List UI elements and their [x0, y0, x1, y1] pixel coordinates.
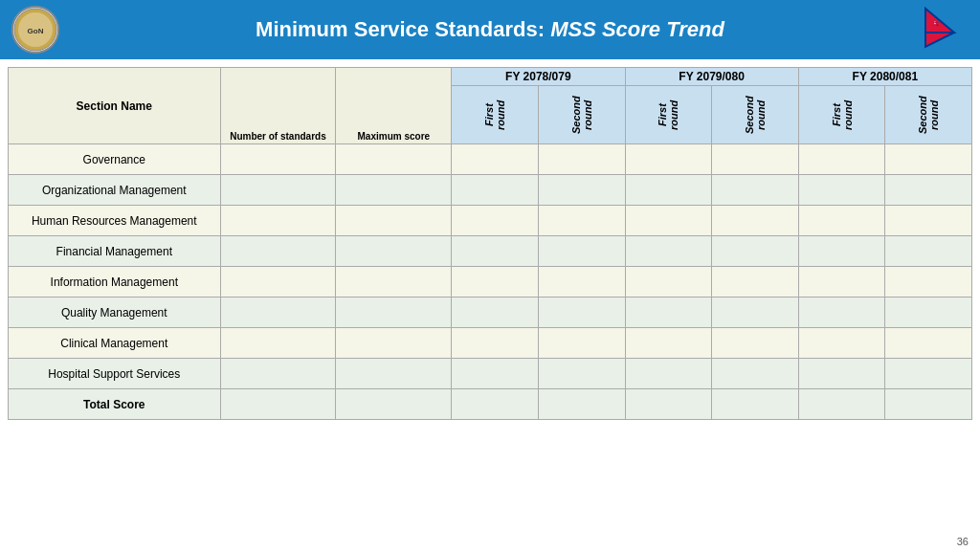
- cell-fy3-second: [885, 298, 972, 328]
- cell-fy1-first: [452, 298, 539, 328]
- cell-section: Total Score: [9, 389, 221, 420]
- table-row: Quality Management: [9, 298, 972, 328]
- cell-fy3-second: [885, 267, 972, 298]
- cell-fy3-first: [798, 267, 885, 298]
- cell-fy1-first: [452, 267, 539, 298]
- cell-number: [220, 389, 336, 420]
- col-header-fy1: FY 2078/079: [452, 68, 625, 86]
- cell-fy2-second: [712, 144, 799, 175]
- cell-fy2-first: [625, 359, 712, 389]
- cell-section: Quality Management: [9, 298, 221, 328]
- cell-number: [220, 359, 336, 389]
- sub-label: Second round: [917, 88, 940, 140]
- col-header-section: Section Name: [9, 68, 221, 144]
- cell-fy3-second: [885, 389, 972, 420]
- sub-header-fy3-first: First round: [798, 86, 885, 144]
- cell-fy1-first: [452, 206, 539, 236]
- sub-label: Second round: [570, 88, 593, 140]
- svg-text:GoN: GoN: [28, 27, 44, 35]
- col-header-fy3: FY 2080/081: [798, 68, 971, 86]
- right-logo: 🇳🇵: [921, 4, 969, 55]
- sub-header-fy3-second: Second round: [885, 86, 972, 144]
- cell-fy3-first: [798, 175, 885, 206]
- cell-max: [336, 298, 452, 328]
- cell-fy3-second: [885, 328, 972, 359]
- sub-header-fy2-first: First round: [625, 86, 712, 144]
- cell-section: Financial Management: [9, 236, 221, 267]
- cell-fy3-second: [885, 175, 972, 206]
- cell-fy1-second: [538, 175, 625, 206]
- cell-fy2-second: [712, 236, 799, 267]
- cell-fy3-second: [885, 359, 972, 389]
- cell-section: Organizational Management: [9, 175, 221, 206]
- cell-fy1-first: [452, 359, 539, 389]
- cell-fy3-second: [885, 236, 972, 267]
- cell-max: [336, 144, 452, 175]
- cell-section: Human Resources Management: [9, 206, 221, 236]
- cell-fy1-second: [538, 144, 625, 175]
- cell-fy3-first: [798, 359, 885, 389]
- sub-label: First round: [831, 88, 854, 140]
- cell-fy1-second: [538, 267, 625, 298]
- cell-max: [336, 175, 452, 206]
- page-header: GoN Minimum Service Standards: MSS Score…: [0, 0, 980, 59]
- sub-label: First round: [657, 88, 679, 140]
- cell-section: Clinical Management: [9, 328, 221, 359]
- cell-fy3-first: [798, 236, 885, 267]
- page-number: 36: [957, 536, 969, 547]
- cell-fy3-second: [885, 206, 972, 236]
- cell-number: [220, 328, 336, 359]
- cell-fy2-second: [712, 298, 799, 328]
- table-row: Governance: [9, 144, 972, 175]
- cell-fy3-first: [798, 389, 885, 420]
- cell-max: [336, 328, 452, 359]
- cell-fy2-second: [712, 175, 799, 206]
- cell-fy2-first: [625, 267, 712, 298]
- cell-fy1-second: [538, 206, 625, 236]
- col-header-number: Number of standards: [220, 68, 336, 144]
- cell-section: Governance: [9, 144, 221, 175]
- cell-fy1-second: [538, 298, 625, 328]
- cell-max: [336, 389, 452, 420]
- sub-label: First round: [483, 88, 506, 140]
- cell-fy2-first: [625, 389, 712, 420]
- cell-fy2-second: [712, 359, 799, 389]
- title-plain: Minimum Service Standards:: [256, 17, 550, 41]
- cell-fy3-second: [885, 144, 972, 175]
- cell-fy2-first: [625, 298, 712, 328]
- cell-fy2-first: [625, 175, 712, 206]
- cell-max: [336, 267, 452, 298]
- col-header-max: Maximum score: [336, 68, 452, 144]
- main-content: Section Name Number of standards Maximum…: [0, 59, 980, 424]
- cell-max: [336, 206, 452, 236]
- table-row: Information Management: [9, 267, 972, 298]
- sub-header-fy1-second: Second round: [538, 86, 625, 144]
- cell-fy2-first: [625, 328, 712, 359]
- cell-fy1-first: [452, 236, 539, 267]
- cell-fy2-first: [625, 144, 712, 175]
- table-row: Total Score: [9, 389, 972, 420]
- table-row: Organizational Management: [9, 175, 972, 206]
- title-italic: MSS Score Trend: [550, 17, 724, 41]
- left-logo: GoN: [11, 6, 59, 54]
- cell-fy1-first: [452, 328, 539, 359]
- cell-fy1-first: [452, 144, 539, 175]
- cell-fy2-second: [712, 267, 799, 298]
- page-title: Minimum Service Standards: MSS Score Tre…: [59, 17, 921, 42]
- cell-number: [220, 236, 336, 267]
- cell-fy2-second: [712, 206, 799, 236]
- cell-fy2-second: [712, 389, 799, 420]
- sub-header-fy2-second: Second round: [712, 86, 799, 144]
- cell-fy1-first: [452, 175, 539, 206]
- table-row: Hospital Support Services: [9, 359, 972, 389]
- cell-number: [220, 298, 336, 328]
- cell-fy2-first: [625, 236, 712, 267]
- cell-fy1-second: [538, 328, 625, 359]
- cell-number: [220, 175, 336, 206]
- cell-fy2-first: [625, 206, 712, 236]
- table-row: Financial Management: [9, 236, 972, 267]
- svg-text:🇳🇵: 🇳🇵: [932, 18, 941, 27]
- col-header-fy2: FY 2079/080: [625, 68, 798, 86]
- mss-score-table: Section Name Number of standards Maximum…: [8, 67, 972, 420]
- cell-fy3-first: [798, 298, 885, 328]
